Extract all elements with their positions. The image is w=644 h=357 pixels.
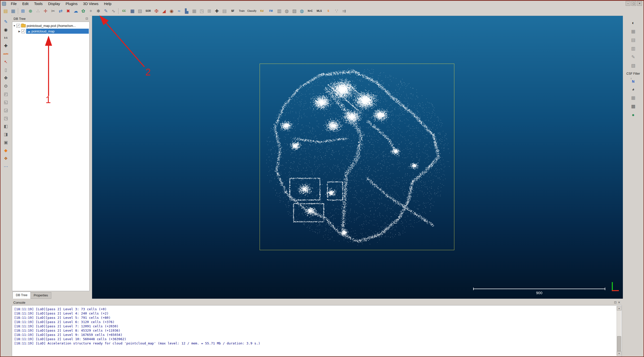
grid-tool-icon[interactable]: ▦: [191, 8, 198, 15]
root-label[interactable]: pointcloud_map.pcd (/home/ism...: [27, 24, 76, 28]
sor-filter-icon[interactable]: SOR: [144, 8, 152, 15]
noise-filter-icon[interactable]: ▧: [136, 8, 143, 15]
add-constant-icon[interactable]: ✚: [213, 8, 220, 15]
magic-wand-icon[interactable]: ✦: [87, 8, 94, 15]
scrollbar-thumb[interactable]: [617, 336, 621, 351]
ruler-plugin-icon[interactable]: ▥: [629, 45, 637, 52]
palette-icon[interactable]: ❖: [2, 155, 9, 162]
float-panel-icon[interactable]: ⊡: [86, 17, 88, 20]
selected-item-highlight[interactable]: ☁ pointcloud_map: [26, 29, 89, 34]
kd-tree-icon[interactable]: Kd: [258, 8, 266, 15]
cross-section-icon[interactable]: ✛: [42, 8, 49, 15]
view-right-icon[interactable]: ◳: [2, 115, 9, 122]
compass-tool-icon[interactable]: ✠: [153, 8, 160, 15]
animation-icon[interactable]: ⇉: [341, 8, 348, 15]
scroll-down-icon[interactable]: ▼: [617, 351, 621, 356]
console-scrollbar[interactable]: ▲ ▼: [617, 306, 621, 356]
gear-icon[interactable]: ✱: [95, 8, 102, 15]
sphere-icon[interactable]: ☁: [72, 8, 79, 15]
gl-viewport[interactable]: 900: [92, 16, 623, 299]
globe-plugin-icon[interactable]: ●: [629, 111, 637, 119]
cc-logo-icon[interactable]: CC: [120, 8, 128, 15]
view-top-icon[interactable]: ◧: [2, 123, 9, 130]
leaf-icon[interactable]: ✿: [80, 8, 87, 15]
pencil-plugin-icon[interactable]: ✎: [629, 53, 637, 61]
menu-item[interactable]: Tools: [31, 1, 45, 7]
clipping-box-icon[interactable]: ▯: [2, 66, 9, 73]
sf-arithmetic-icon[interactable]: SF: [228, 8, 237, 15]
cube-plugin-icon[interactable]: ▩: [629, 103, 637, 110]
polyline-icon[interactable]: ∿: [110, 8, 117, 15]
checker-icon[interactable]: ▦: [129, 8, 136, 15]
menu-item[interactable]: Edit: [19, 1, 31, 7]
grid-plugin-icon[interactable]: ▦: [629, 94, 637, 102]
view-left-icon[interactable]: ◲: [2, 107, 9, 114]
globe-icon[interactable]: ◍: [298, 8, 305, 15]
menu-item[interactable]: Plugins: [63, 1, 80, 7]
expander-open-icon[interactable]: ▼: [12, 24, 16, 27]
menu-item[interactable]: Help: [101, 1, 114, 7]
clone-icon[interactable]: ⊞: [19, 8, 26, 15]
sphere-plugin-icon[interactable]: ◕: [629, 85, 637, 93]
scroll-up-icon[interactable]: ▲: [617, 306, 621, 310]
root-checkbox[interactable]: ✓: [16, 24, 20, 28]
normals-compute-icon[interactable]: N+C: [306, 8, 314, 15]
mesh-tool-icon[interactable]: ◳: [198, 8, 205, 15]
poisson-icon[interactable]: ∵: [333, 8, 340, 15]
zoom-fit-icon[interactable]: ✚: [2, 42, 9, 49]
zoom-1-1-icon[interactable]: 1:1: [2, 34, 9, 41]
open-icon[interactable]: ▤: [2, 8, 9, 15]
compass-plugin-icon[interactable]: ◐: [629, 19, 637, 27]
translate-icon[interactable]: ⇄: [57, 8, 64, 15]
histogram-icon[interactable]: ▙: [183, 8, 190, 15]
wave-icon[interactable]: ≈: [176, 8, 183, 15]
minimize-button[interactable]: –: [626, 1, 630, 6]
canupo-classify-icon[interactable]: Classify: [247, 8, 257, 15]
pcv-icon[interactable]: ◍: [283, 8, 290, 15]
subsample-icon[interactable]: ∴: [34, 8, 42, 15]
cloud-label[interactable]: pointcloud_map: [31, 29, 55, 33]
screenshot-icon[interactable]: ◉: [2, 26, 9, 33]
mls-smooth-icon[interactable]: MLS: [315, 8, 324, 15]
pan-icon[interactable]: ✥: [2, 74, 9, 81]
maximize-button[interactable]: ▢: [631, 1, 636, 6]
expander-closed-icon[interactable]: ▶: [17, 30, 21, 33]
menu-item[interactable]: Display: [45, 1, 63, 7]
tab-properties[interactable]: Properties: [30, 292, 51, 299]
scissors-icon[interactable]: ✂: [50, 8, 57, 15]
close-button[interactable]: ✕: [637, 1, 642, 6]
view-front-icon[interactable]: ◰: [2, 91, 9, 98]
save-icon[interactable]: ▦: [10, 8, 17, 15]
iso-cube-icon[interactable]: ◆: [2, 147, 9, 154]
facet-plane-icon[interactable]: ◢: [160, 8, 168, 15]
delete-icon[interactable]: ✖: [65, 8, 72, 15]
float-panel-icon[interactable]: ⊡: [614, 301, 617, 304]
chip-plugin-icon[interactable]: ▦: [629, 28, 637, 35]
ransac-icon[interactable]: S: [324, 8, 333, 15]
more-options-icon[interactable]: ⋯: [2, 163, 9, 170]
fm-icon[interactable]: FM: [267, 8, 275, 15]
matrix-icon[interactable]: ⊞: [206, 8, 213, 15]
tab-db-tree[interactable]: DB Tree: [13, 292, 31, 299]
shade-icon[interactable]: ▨: [291, 8, 298, 15]
view-bottom-icon[interactable]: ◨: [2, 131, 9, 138]
cloud-checkbox[interactable]: ✓: [21, 29, 25, 33]
canupo-train-icon[interactable]: Train: [237, 8, 246, 15]
close-panel-icon[interactable]: ✕: [618, 301, 620, 304]
view-back-icon[interactable]: ◱: [2, 99, 9, 106]
north-compass-icon[interactable]: ↑ N: [629, 77, 637, 84]
menu-item[interactable]: 3D Views: [80, 1, 101, 7]
page-icon[interactable]: ▤: [221, 8, 228, 15]
cork-icon[interactable]: ◉: [168, 8, 175, 15]
tree-row-cloud[interactable]: ▶ ✓ ☁ pointcloud_map: [12, 28, 89, 34]
film-plugin-icon[interactable]: ▤: [629, 36, 637, 44]
rotation-center-icon[interactable]: ↖: [2, 58, 9, 65]
m3c2-icon[interactable]: ▥: [276, 8, 283, 15]
view-iso-icon[interactable]: ▣: [2, 139, 9, 146]
menu-item[interactable]: File: [8, 1, 19, 7]
magnifier-icon[interactable]: ⊙: [2, 82, 9, 90]
tree-row-root[interactable]: ▼ ✓ pointcloud_map.pcd (/home/ism...: [12, 23, 89, 28]
auto-pick-icon[interactable]: auto: [2, 50, 9, 57]
mask-plugin-icon[interactable]: ▧: [629, 62, 637, 69]
pencil-icon[interactable]: ✎: [102, 8, 109, 15]
